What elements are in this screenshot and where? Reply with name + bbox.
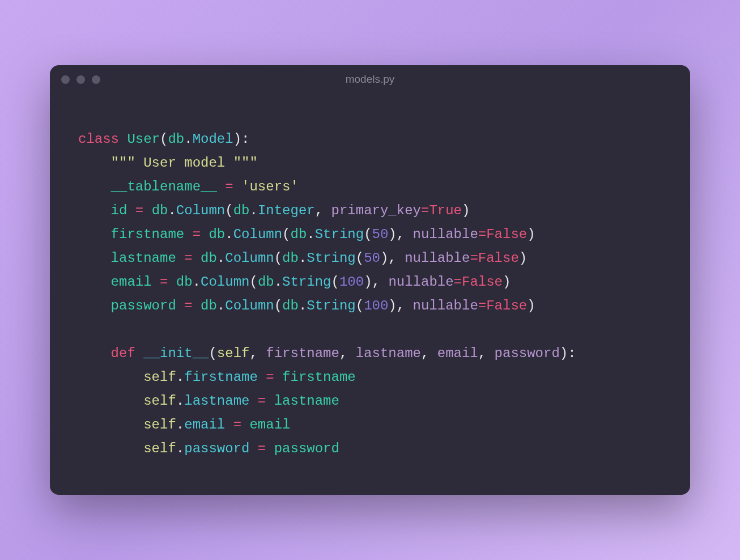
- code-line-6: lastname = db.Column(db.String(50), null…: [111, 251, 528, 266]
- traffic-lights: [61, 75, 100, 84]
- code-line-13: self.email = email: [143, 417, 290, 432]
- minimize-button[interactable]: [76, 75, 85, 84]
- code-line-3: __tablename__ = 'users': [111, 179, 299, 194]
- code-line-10: def __init__(self, firstname, lastname, …: [111, 346, 576, 361]
- code-line-12: self.lastname = lastname: [143, 393, 339, 409]
- code-line-7: email = db.Column(db.String(100), nullab…: [111, 274, 511, 290]
- code-line-5: firstname = db.Column(db.String(50), nul…: [111, 227, 535, 242]
- code-line-8: password = db.Column(db.String(100), nul…: [111, 298, 535, 313]
- maximize-button[interactable]: [92, 75, 100, 84]
- code-line-4: id = db.Column(db.Integer, primary_key=T…: [111, 203, 470, 218]
- code-line-1: class User(db.Model):: [78, 131, 249, 147]
- code-line-11: self.firstname = firstname: [143, 370, 355, 385]
- close-button[interactable]: [61, 75, 70, 84]
- titlebar: models.py: [50, 65, 690, 94]
- code-line-2: """ User model """: [111, 155, 258, 171]
- editor-window: models.py class User(db.Model): """ User…: [50, 65, 690, 495]
- window-title: models.py: [50, 73, 690, 86]
- code-editor[interactable]: class User(db.Model): """ User model """…: [50, 94, 690, 461]
- code-line-14: self.password = password: [143, 441, 339, 456]
